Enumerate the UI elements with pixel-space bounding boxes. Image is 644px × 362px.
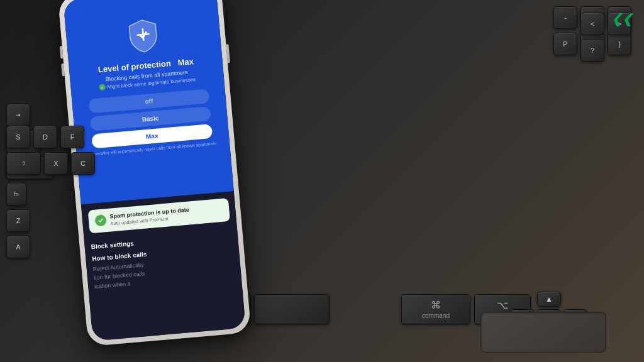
key-space[interactable] [254, 294, 330, 324]
protection-options: off Basic Max [81, 88, 219, 149]
key-x[interactable]: X [44, 152, 68, 175]
checkmark-svg [97, 217, 104, 224]
brand-mark: ❮❮ [611, 11, 633, 26]
volume-up-button[interactable] [60, 46, 64, 58]
toast-content: Spam protection is up to date Auto updat… [109, 207, 190, 227]
right-mid-keys: ? [580, 39, 631, 62]
key-z[interactable]: Z [6, 209, 30, 232]
key-arrow-up[interactable]: ▲ [537, 292, 561, 307]
key-c[interactable]: C [71, 152, 95, 175]
key-a[interactable]: A [6, 236, 30, 258]
key-f[interactable]: F [60, 126, 84, 148]
key-d[interactable]: D [33, 126, 57, 148]
svg-line-1 [138, 34, 149, 35]
shield-icon [126, 18, 160, 55]
shield-icon-container [126, 18, 160, 57]
signal-icon: ▲▼ [186, 0, 197, 1]
volume-down-button[interactable] [61, 63, 65, 76]
key-tab[interactable]: ⇥ [6, 104, 30, 126]
key-row-6: A [6, 236, 88, 258]
command-label: command [422, 312, 450, 319]
key-shift-l[interactable]: ⇧ [6, 152, 41, 175]
key-minus[interactable]: - [553, 6, 577, 29]
command-icon: ⌘ [431, 299, 441, 311]
arrow-up-row: ▲ [511, 292, 587, 307]
menu-list: Block settings How to block calls Reject… [91, 226, 236, 293]
command-key[interactable]: ⌘ command [401, 294, 470, 324]
trackpad[interactable] [480, 312, 606, 353]
app-main-screen: Spam protection is up to date Auto updat… [81, 192, 246, 341]
status-bar: ▲▼ 37% [186, 0, 209, 1]
key-fn[interactable]: fn [6, 183, 26, 206]
key-lt[interactable]: < [580, 13, 604, 35]
key-s[interactable]: S [6, 126, 30, 148]
phone-area [203, 33, 550, 55]
option-icon: ⌥ [497, 299, 508, 311]
toast-check-icon [94, 214, 107, 227]
key-question[interactable]: ? [580, 39, 604, 62]
key-row-5: Z [6, 209, 88, 232]
key-p[interactable]: P [553, 33, 577, 55]
check-icon: ✓ [99, 84, 106, 90]
left-extra-keys: S D F ⇧ X C [6, 126, 95, 175]
phone-space [230, 6, 550, 29]
